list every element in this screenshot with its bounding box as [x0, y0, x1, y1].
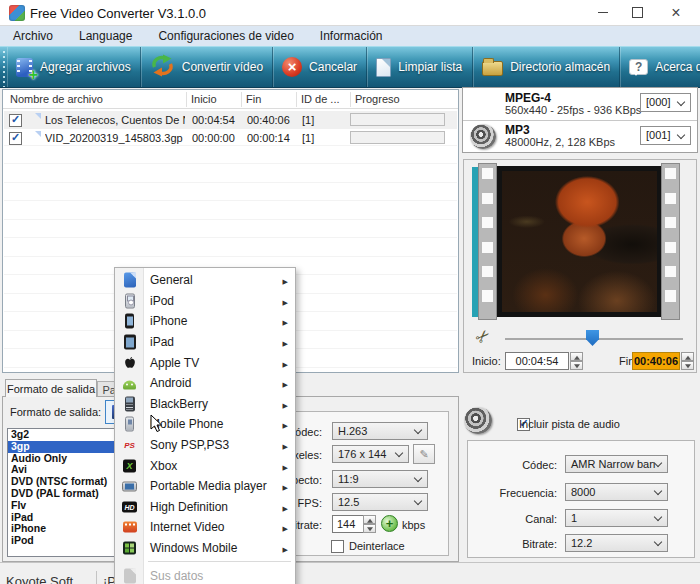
menu-item-blackberry[interactable]: BlackBerry	[115, 394, 295, 415]
progress-bar	[350, 131, 445, 144]
window-title: Free Video Converter V3.1.0.0	[30, 6, 206, 21]
fin-spinner[interactable]	[681, 352, 694, 370]
list-item[interactable]: DVD (PAL format)	[8, 488, 127, 500]
video-frame[interactable]	[497, 166, 662, 317]
bitrate-spinner[interactable]	[363, 515, 376, 533]
xbox-icon	[121, 457, 138, 474]
list-item[interactable]: iPod	[8, 535, 127, 547]
cancel-button[interactable]: Cancelar	[273, 47, 367, 87]
format-listbox[interactable]: 3g2 3gp Audio Only Avi DVD (NTSC format)…	[7, 428, 128, 557]
playstation-icon	[121, 437, 138, 454]
pixels-dropdown[interactable]: 176 x 144	[332, 445, 409, 463]
menu-item-mobile-phone[interactable]: Mobile Phone	[115, 414, 295, 435]
submenu-arrow-icon	[283, 397, 288, 411]
tab-formato-de-salida[interactable]: Formato de salida	[5, 379, 97, 397]
fin-time-field[interactable]: 00:40:06	[632, 352, 680, 370]
deinterlace-checkbox[interactable]	[331, 540, 344, 553]
col-fin[interactable]: Fin	[246, 93, 261, 105]
table-row[interactable]: Los Telenecos, Cuentos De N... 00:04:54 …	[4, 111, 457, 129]
menu-item-xbox[interactable]: Xbox	[115, 455, 295, 476]
output-directory-button[interactable]: Directorio almacén	[473, 47, 620, 87]
menu-item-internet-video[interactable]: Internet Video	[115, 517, 295, 538]
col-inicio[interactable]: Inicio	[191, 93, 217, 105]
audio-codec-dropdown[interactable]: AMR Narrow ban	[565, 455, 668, 473]
file-fin: 00:00:14	[247, 132, 290, 144]
spin-down-icon[interactable]	[570, 361, 583, 370]
close-button[interactable]	[659, 0, 693, 25]
film-left-bar	[478, 163, 497, 320]
menu-item-windows-mobile[interactable]: Windows Mobile	[115, 538, 295, 559]
title-bar: Free Video Converter V3.1.0.0	[0, 0, 700, 26]
add-files-icon: +	[16, 58, 33, 77]
inicio-spinner[interactable]	[570, 352, 583, 370]
bitrate-unit: kbps	[402, 519, 425, 531]
minimize-button[interactable]	[586, 0, 620, 25]
help-icon	[629, 59, 648, 75]
film-right-bar	[661, 163, 680, 320]
ipod-icon	[121, 292, 138, 309]
trim-slider-thumb[interactable]	[586, 330, 599, 346]
audio-bitrate-dropdown[interactable]: 12.2	[565, 534, 668, 552]
col-id[interactable]: ID de ...	[301, 93, 340, 105]
submenu-arrow-icon	[283, 520, 288, 534]
menu-item-high-definition[interactable]: High Definition	[115, 497, 295, 518]
aspect-dropdown[interactable]: 11:9	[332, 470, 428, 488]
spin-up-icon[interactable]	[681, 352, 694, 361]
app-icon	[9, 5, 25, 21]
add-bitrate-button[interactable]: +	[381, 515, 398, 532]
file-name: Los Telenecos, Cuentos De N...	[45, 114, 185, 126]
about-button[interactable]: Acerca de	[620, 47, 700, 87]
submenu-arrow-icon	[283, 459, 288, 473]
menu-informacion[interactable]: Información	[307, 29, 396, 43]
clear-list-button[interactable]: Limpiar lista	[367, 47, 473, 87]
menu-item-sony-psp[interactable]: Sony PSP,PS3	[115, 435, 295, 456]
toolbar: + Agregar archivos Convertir vídeo Cance…	[0, 46, 700, 88]
row-checkbox[interactable]	[9, 114, 22, 127]
col-progreso[interactable]: Progreso	[355, 93, 400, 105]
video-track-dropdown[interactable]: [000]	[640, 93, 691, 112]
audio-track-dropdown[interactable]: [001]	[640, 126, 691, 145]
context-menu: General iPod iPhone iPad Apple TV Androi…	[114, 267, 296, 584]
menu-item-apple-tv[interactable]: Apple TV	[115, 352, 295, 373]
video-format-title: MPEG-4	[505, 91, 551, 105]
spin-up-icon[interactable]	[570, 352, 583, 361]
audio-format-details: 48000Hz, 2, 128 KBps	[505, 136, 615, 148]
menu-item-ipod[interactable]: iPod	[115, 291, 295, 312]
table-row[interactable]: VID_20200319_145803.3gp 00:00:00 00:00:1…	[4, 129, 457, 147]
file-id: [1]	[302, 132, 314, 144]
menu-archivo[interactable]: Archivo	[0, 29, 66, 43]
menu-configuraciones[interactable]: Configuraciones de video	[145, 29, 306, 43]
frequency-label: Frecuencia:	[460, 487, 557, 499]
menu-item-iphone[interactable]: iPhone	[115, 311, 295, 332]
mouse-cursor	[150, 414, 163, 437]
submenu-arrow-icon	[283, 479, 288, 493]
sus-datos-icon	[121, 567, 138, 584]
convert-video-button[interactable]: Convertir vídeo	[141, 47, 273, 87]
edit-resolution-button[interactable]: ✎	[413, 444, 435, 464]
col-nombre[interactable]: Nombre de archivo	[10, 93, 103, 105]
spin-down-icon[interactable]	[363, 524, 376, 533]
list-item-selected[interactable]: 3gp	[8, 441, 127, 453]
video-bitrate-field[interactable]: 144	[332, 515, 364, 533]
list-item[interactable]: Flv	[8, 500, 127, 512]
maximize-button[interactable]	[620, 0, 654, 25]
channel-label: Canal:	[460, 513, 557, 525]
add-files-button[interactable]: + Agregar archivos	[7, 47, 141, 87]
submenu-arrow-icon	[283, 438, 288, 452]
frequency-dropdown[interactable]: 8000	[565, 483, 668, 501]
spin-down-icon[interactable]	[681, 361, 694, 370]
menu-item-general[interactable]: General	[115, 270, 295, 291]
spin-up-icon[interactable]	[363, 515, 376, 524]
menu-item-portable-media-player[interactable]: Portable Media player	[115, 476, 295, 497]
fps-dropdown[interactable]: 12.5	[332, 493, 428, 511]
menu-item-android[interactable]: Android	[115, 373, 295, 394]
menu-item-sus-datos[interactable]: Sus datos	[115, 565, 295, 584]
internet-video-icon	[121, 519, 138, 536]
row-checkbox[interactable]	[9, 132, 22, 145]
channel-dropdown[interactable]: 1	[565, 509, 668, 527]
inicio-time-field[interactable]: 00:04:54	[505, 352, 569, 370]
preview-image	[502, 171, 657, 312]
menu-language[interactable]: Language	[66, 29, 145, 43]
video-codec-dropdown[interactable]: H.263	[332, 422, 428, 440]
menu-item-ipad[interactable]: iPad	[115, 332, 295, 353]
